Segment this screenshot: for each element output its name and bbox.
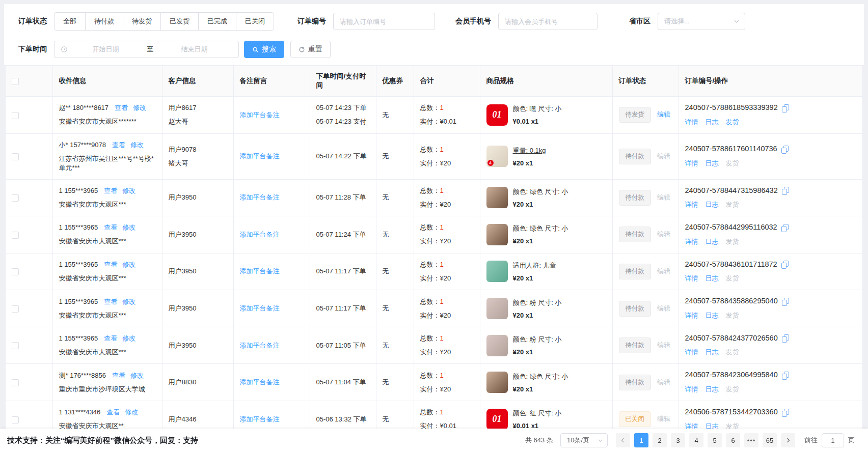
add-platform-remark-link[interactable]: 添加平台备注 — [240, 267, 280, 275]
log-link[interactable]: 日志 — [706, 118, 719, 126]
copy-icon[interactable] — [782, 334, 789, 343]
log-link[interactable]: 日志 — [706, 238, 719, 245]
page-button[interactable]: 65 — [763, 433, 777, 447]
tab-pending-shipment[interactable]: 待发货 — [123, 12, 161, 31]
date-range-picker[interactable]: 开始日期 至 结束日期 — [54, 41, 239, 58]
page-button[interactable]: 4 — [689, 433, 703, 447]
view-link[interactable]: 查看 — [104, 261, 117, 268]
row-checkbox[interactable] — [12, 268, 19, 275]
next-page-button[interactable] — [781, 433, 795, 447]
view-link[interactable]: 查看 — [104, 187, 117, 194]
tab-completed[interactable]: 已完成 — [198, 12, 236, 31]
detail-link[interactable]: 详情 — [685, 348, 698, 356]
page-size-select[interactable]: 10条/页 — [560, 433, 608, 447]
edit-link[interactable]: 编辑 — [657, 267, 670, 275]
add-platform-remark-link[interactable]: 添加平台备注 — [240, 342, 280, 349]
detail-link[interactable]: 详情 — [685, 159, 698, 167]
tab-closed[interactable]: 已关闭 — [236, 12, 274, 31]
log-link[interactable]: 日志 — [706, 201, 719, 208]
view-link[interactable]: 查看 — [106, 408, 120, 416]
log-link[interactable]: 日志 — [706, 274, 719, 282]
detail-link[interactable]: 详情 — [685, 201, 698, 208]
view-link[interactable]: 查看 — [112, 372, 125, 379]
detail-link[interactable]: 详情 — [685, 274, 698, 282]
edit-link[interactable]: 编辑 — [657, 152, 670, 160]
page-button[interactable]: 6 — [726, 433, 740, 447]
add-platform-remark-link[interactable]: 添加平台备注 — [240, 152, 280, 160]
modify-link[interactable]: 修改 — [122, 187, 135, 194]
view-link[interactable]: 查看 — [104, 334, 117, 342]
region-select[interactable]: 请选择... — [658, 13, 745, 30]
tab-pending-payment[interactable]: 待付款 — [85, 12, 123, 31]
view-link[interactable]: 查看 — [115, 104, 128, 111]
reset-button[interactable]: 重置 — [290, 41, 331, 58]
edit-link[interactable]: 编辑 — [657, 110, 670, 118]
ship-link[interactable]: 发货 — [726, 348, 739, 356]
add-platform-remark-link[interactable]: 添加平台备注 — [240, 231, 280, 238]
add-platform-remark-link[interactable]: 添加平台备注 — [240, 304, 280, 312]
row-checkbox[interactable] — [12, 232, 19, 239]
order-no-input[interactable] — [333, 13, 435, 30]
add-platform-remark-link[interactable]: 添加平台备注 — [240, 415, 280, 423]
page-button[interactable]: 3 — [671, 433, 685, 447]
detail-link[interactable]: 详情 — [685, 118, 698, 126]
more-pages-button[interactable]: ••• — [744, 433, 758, 447]
row-checkbox[interactable] — [12, 194, 19, 202]
detail-link[interactable]: 详情 — [685, 312, 698, 319]
copy-icon[interactable] — [781, 224, 789, 232]
tab-all[interactable]: 全部 — [54, 12, 86, 31]
end-date-input[interactable]: 结束日期 — [156, 45, 232, 54]
detail-link[interactable]: 详情 — [685, 238, 698, 245]
edit-link[interactable]: 编辑 — [657, 341, 670, 349]
modify-link[interactable]: 修改 — [122, 223, 135, 231]
row-checkbox[interactable] — [12, 153, 19, 160]
add-platform-remark-link[interactable]: 添加平台备注 — [240, 111, 280, 119]
edit-link[interactable]: 编辑 — [657, 415, 670, 422]
copy-icon[interactable] — [782, 409, 789, 417]
prev-page-button[interactable] — [616, 433, 630, 447]
edit-link[interactable]: 编辑 — [657, 230, 670, 238]
edit-link[interactable]: 编辑 — [657, 193, 670, 201]
ship-link[interactable]: 发货 — [726, 159, 739, 167]
copy-icon[interactable] — [782, 187, 789, 195]
log-link[interactable]: 日志 — [706, 159, 719, 167]
copy-icon[interactable] — [782, 104, 789, 112]
ship-link[interactable]: 发货 — [726, 274, 739, 282]
row-checkbox[interactable] — [12, 305, 19, 313]
row-checkbox[interactable] — [12, 112, 19, 119]
search-button[interactable]: 搜索 — [244, 41, 284, 58]
ship-link[interactable]: 发货 — [726, 385, 739, 393]
copy-icon[interactable] — [782, 372, 789, 380]
row-checkbox[interactable] — [12, 379, 19, 386]
ship-link[interactable]: 发货 — [726, 238, 739, 245]
page-button[interactable]: 1 — [634, 433, 648, 447]
ship-link[interactable]: 发货 — [726, 201, 739, 208]
view-link[interactable]: 查看 — [104, 298, 117, 305]
modify-link[interactable]: 修改 — [125, 408, 138, 416]
start-date-input[interactable]: 开始日期 — [68, 45, 144, 54]
tab-shipped[interactable]: 已发货 — [160, 12, 199, 31]
ship-link[interactable]: 发货 — [726, 118, 739, 126]
row-checkbox[interactable] — [12, 342, 19, 349]
ship-link[interactable]: 发货 — [726, 312, 739, 319]
page-button[interactable]: 5 — [708, 433, 722, 447]
log-link[interactable]: 日志 — [706, 385, 719, 393]
modify-link[interactable]: 修改 — [122, 334, 135, 342]
copy-icon[interactable] — [781, 261, 789, 269]
copy-icon[interactable] — [782, 298, 789, 306]
view-link[interactable]: 查看 — [112, 141, 125, 149]
modify-link[interactable]: 修改 — [130, 372, 144, 379]
modify-link[interactable]: 修改 — [130, 141, 144, 149]
goto-page-input[interactable] — [822, 433, 844, 447]
log-link[interactable]: 日志 — [706, 312, 719, 319]
add-platform-remark-link[interactable]: 添加平台备注 — [240, 193, 280, 201]
modify-link[interactable]: 修改 — [122, 261, 135, 268]
edit-link[interactable]: 编辑 — [657, 378, 670, 386]
view-link[interactable]: 查看 — [104, 223, 117, 231]
select-all-checkbox[interactable] — [12, 78, 19, 85]
log-link[interactable]: 日志 — [706, 348, 719, 356]
edit-link[interactable]: 编辑 — [657, 304, 670, 312]
modify-link[interactable]: 修改 — [122, 298, 135, 305]
row-checkbox[interactable] — [12, 416, 19, 423]
add-platform-remark-link[interactable]: 添加平台备注 — [240, 378, 280, 386]
